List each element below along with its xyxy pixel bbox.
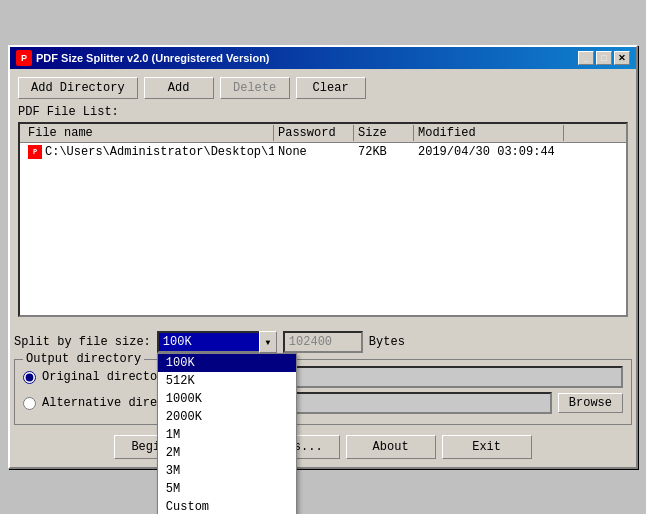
main-content: Add Directory Add Delete Clear PDF File … bbox=[10, 69, 636, 325]
dropdown-item-1000k[interactable]: 1000K bbox=[158, 390, 296, 408]
alternative-dir-radio[interactable] bbox=[23, 397, 36, 410]
dropdown-item-custom[interactable]: Custom bbox=[158, 498, 296, 514]
add-directory-button[interactable]: Add Directory bbox=[18, 77, 138, 99]
dropdown-item-3m[interactable]: 3M bbox=[158, 462, 296, 480]
size-dropdown[interactable]: 100K 512K 1000K 2000K 1M 2M 3M 5M Custom bbox=[157, 353, 297, 514]
pdf-file-icon: P bbox=[28, 145, 42, 159]
alternative-dir-row: Alternative directory Browse bbox=[23, 392, 623, 414]
exit-button[interactable]: Exit bbox=[442, 435, 532, 459]
window-title: PDF Size Splitter v2.0 (Unregistered Ver… bbox=[36, 52, 270, 64]
col-password: Password bbox=[274, 125, 354, 141]
cell-size: 72KB bbox=[354, 144, 414, 160]
col-filename: File name bbox=[24, 125, 274, 141]
file-list-label: PDF File List: bbox=[18, 105, 628, 119]
minimize-button[interactable]: _ bbox=[578, 51, 594, 65]
maximize-button[interactable]: □ bbox=[596, 51, 612, 65]
dropdown-item-1m[interactable]: 1M bbox=[158, 426, 296, 444]
dropdown-item-2000k[interactable]: 2000K bbox=[158, 408, 296, 426]
main-window: P PDF Size Splitter v2.0 (Unregistered V… bbox=[8, 45, 638, 469]
bytes-label: Bytes bbox=[369, 335, 405, 349]
output-title: Output directory bbox=[23, 352, 144, 366]
bottom-toolbar: Begin Split Options... About Exit bbox=[14, 431, 632, 463]
original-dir-label: Original directory bbox=[42, 370, 172, 384]
delete-button[interactable]: Delete bbox=[220, 77, 290, 99]
title-bar-left: P PDF Size Splitter v2.0 (Unregistered V… bbox=[16, 50, 270, 66]
cell-password: None bbox=[274, 144, 354, 160]
toolbar: Add Directory Add Delete Clear bbox=[18, 77, 628, 99]
original-dir-radio[interactable] bbox=[23, 371, 36, 384]
title-controls: _ □ ✕ bbox=[578, 51, 630, 65]
dropdown-item-100k[interactable]: 100K bbox=[158, 354, 296, 372]
original-dir-row: Original directory bbox=[23, 366, 623, 388]
split-row: Split by file size: 100K ▼ 100K 512K 100… bbox=[14, 331, 632, 353]
cell-filename: P C:\Users\Administrator\Desktop\111.... bbox=[24, 144, 274, 160]
split-label: Split by file size: bbox=[14, 335, 151, 349]
browse-button[interactable]: Browse bbox=[558, 393, 623, 413]
file-list-container[interactable]: File name Password Size Modified P C:\Us… bbox=[18, 122, 628, 317]
title-bar: P PDF Size Splitter v2.0 (Unregistered V… bbox=[10, 47, 636, 69]
bytes-input[interactable] bbox=[283, 331, 363, 353]
dropdown-item-2m[interactable]: 2M bbox=[158, 444, 296, 462]
select-wrapper: 100K ▼ 100K 512K 1000K 2000K 1M 2M 3M 5M… bbox=[157, 331, 277, 353]
dropdown-arrow-icon[interactable]: ▼ bbox=[259, 331, 277, 353]
table-row[interactable]: P C:\Users\Administrator\Desktop\111....… bbox=[20, 143, 626, 161]
col-size: Size bbox=[354, 125, 414, 141]
col-modified: Modified bbox=[414, 125, 564, 141]
bottom-section: Split by file size: 100K ▼ 100K 512K 100… bbox=[10, 325, 636, 467]
clear-button[interactable]: Clear bbox=[296, 77, 366, 99]
cell-modified: 2019/04/30 03:09:44 bbox=[414, 144, 564, 160]
output-section: Output directory Original directory Alte… bbox=[14, 359, 632, 425]
dropdown-item-5m[interactable]: 5M bbox=[158, 480, 296, 498]
close-button[interactable]: ✕ bbox=[614, 51, 630, 65]
dropdown-item-512k[interactable]: 512K bbox=[158, 372, 296, 390]
about-button[interactable]: About bbox=[346, 435, 436, 459]
app-icon: P bbox=[16, 50, 32, 66]
add-button[interactable]: Add bbox=[144, 77, 214, 99]
file-list-header: File name Password Size Modified bbox=[20, 124, 626, 143]
